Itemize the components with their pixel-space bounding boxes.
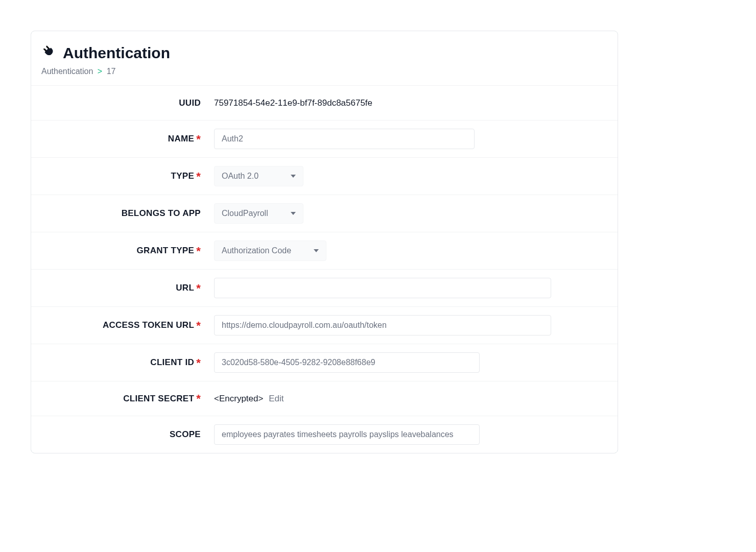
label-type-text: TYPE <box>171 171 195 181</box>
row-scope: SCOPE <box>31 416 618 453</box>
row-client-id: CLIENT ID* <box>31 344 618 381</box>
label-url: URL* <box>41 283 205 293</box>
row-name: NAME* <box>31 120 618 157</box>
label-access-token-url: ACCESS TOKEN URL* <box>41 320 205 330</box>
corner-decoration <box>612 447 618 453</box>
required-marker: * <box>196 319 201 332</box>
row-url: URL* <box>31 269 618 306</box>
type-select[interactable]: OAuth 2.0 <box>214 166 303 186</box>
row-belongs-to-app: BELONGS TO APP CloudPayroll <box>31 195 618 232</box>
type-select-value: OAuth 2.0 <box>222 172 258 181</box>
page-title: Authentication <box>63 44 170 62</box>
breadcrumb-current: 17 <box>107 67 116 76</box>
label-client-id: CLIENT ID* <box>41 357 205 368</box>
client-id-input[interactable] <box>214 352 480 373</box>
grant-type-select[interactable]: Authorization Code <box>214 241 326 261</box>
url-input[interactable] <box>214 278 551 298</box>
row-uuid: UUID 75971854-54e2-11e9-bf7f-89dc8a5675f… <box>31 85 618 120</box>
required-marker: * <box>196 170 201 183</box>
label-uuid: UUID <box>41 98 205 108</box>
label-client-id-text: CLIENT ID <box>150 357 194 367</box>
client-secret-value: <Encrypted> <box>214 394 263 403</box>
label-access-token-url-text: ACCESS TOKEN URL <box>103 320 194 330</box>
value-uuid: 75971854-54e2-11e9-bf7f-89dc8a5675fe <box>205 98 607 108</box>
label-name-text: NAME <box>168 134 194 143</box>
authentication-card: Authentication Authentication > 17 UUID … <box>31 31 618 453</box>
label-belongs-to-app: BELONGS TO APP <box>41 208 205 219</box>
required-marker: * <box>196 356 201 369</box>
belongs-to-app-select[interactable]: CloudPayroll <box>214 203 303 224</box>
caret-down-icon <box>291 175 296 178</box>
label-scope: SCOPE <box>41 429 205 440</box>
label-client-secret: CLIENT SECRET* <box>41 394 205 404</box>
page-header: Authentication <box>31 41 618 62</box>
label-url-text: URL <box>176 283 194 293</box>
breadcrumb: Authentication > 17 <box>31 62 618 85</box>
access-token-url-input[interactable] <box>214 315 551 335</box>
row-grant-type: GRANT TYPE* Authorization Code <box>31 232 618 269</box>
required-marker: * <box>196 133 201 146</box>
label-grant-type-text: GRANT TYPE <box>137 246 195 255</box>
plug-icon <box>41 45 57 61</box>
caret-down-icon <box>314 249 319 252</box>
corner-decoration <box>612 31 618 37</box>
client-secret-edit-link[interactable]: Edit <box>269 394 284 403</box>
label-grant-type: GRANT TYPE* <box>41 246 205 256</box>
label-type: TYPE* <box>41 171 205 181</box>
row-access-token-url: ACCESS TOKEN URL* <box>31 306 618 344</box>
caret-down-icon <box>291 212 296 215</box>
row-client-secret: CLIENT SECRET* <Encrypted> Edit <box>31 381 618 416</box>
corner-decoration <box>31 31 37 37</box>
belongs-to-app-select-value: CloudPayroll <box>222 209 268 218</box>
row-type: TYPE* OAuth 2.0 <box>31 157 618 195</box>
scope-input[interactable] <box>214 424 480 445</box>
breadcrumb-separator: > <box>98 67 102 76</box>
label-name: NAME* <box>41 134 205 144</box>
grant-type-select-value: Authorization Code <box>222 246 291 255</box>
label-client-secret-text: CLIENT SECRET <box>123 394 194 403</box>
required-marker: * <box>196 282 201 295</box>
breadcrumb-parent-link[interactable]: Authentication <box>41 67 93 76</box>
corner-decoration <box>31 447 37 453</box>
required-marker: * <box>196 245 201 257</box>
name-input[interactable] <box>214 129 475 149</box>
required-marker: * <box>196 392 201 405</box>
